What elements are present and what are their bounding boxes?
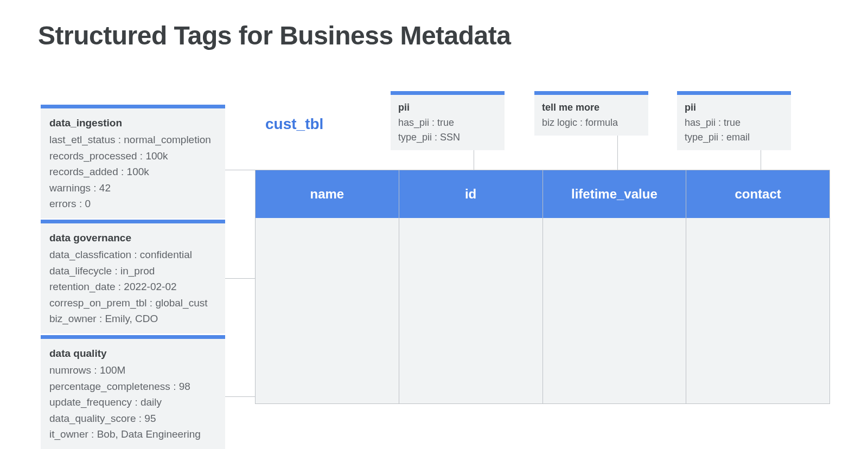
tag-card-line: retention_date : 2022-02-02 (49, 279, 216, 294)
tag-card-data-governance: data governance data_classfication : con… (41, 220, 225, 333)
tag-card-line: records_processed : 100k (49, 148, 216, 164)
connector-line (225, 389, 255, 397)
tag-card-title: pii (398, 100, 497, 115)
tag-card-line: last_etl_status : normal_completion (49, 132, 216, 147)
connector-line (617, 136, 618, 170)
table-column-lifetime-value: lifetime_value (543, 170, 687, 403)
tag-card-line: it_owner : Bob, Data Engineering (49, 426, 216, 442)
tag-card-line: has_pii : true (398, 116, 497, 130)
column-header: contact (686, 170, 829, 218)
column-body (399, 218, 542, 403)
connector-line (225, 271, 255, 279)
tag-card-line: has_pii : true (685, 116, 783, 130)
connector-line (761, 150, 761, 170)
data-table: name id lifetime_value contact (255, 170, 830, 404)
tag-card-pii-id: pii has_pii : true type_pii : SSN (391, 91, 505, 150)
tag-card-line: data_quality_score : 95 (49, 410, 216, 426)
tag-card-line: numrows : 100M (49, 362, 216, 378)
tag-card-title: data_ingestion (49, 115, 216, 131)
connector-line (225, 163, 255, 170)
column-header: lifetime_value (543, 170, 686, 218)
tag-card-data-quality: data quality numrows : 100M percentage_c… (41, 335, 225, 449)
table-column-id: id (399, 170, 543, 403)
tag-card-line: biz_owner : Emily, CDO (49, 311, 216, 326)
tag-card-line: data_classfication : confidential (49, 247, 216, 262)
column-header: name (256, 170, 399, 218)
table-column-contact: contact (686, 170, 829, 403)
tag-card-line: percentage_completeness : 98 (49, 379, 216, 394)
column-body (256, 218, 399, 403)
table-column-name: name (256, 170, 399, 403)
tag-card-line: update_frequency : daily (49, 394, 216, 410)
tag-card-line: warnings : 42 (49, 180, 216, 196)
tag-card-line: errors : 0 (49, 196, 216, 211)
column-body (686, 218, 829, 403)
connector-line (474, 150, 474, 170)
tag-card-line: data_lifecycle : in_prod (49, 263, 216, 279)
tag-card-title: data quality (49, 345, 216, 361)
column-header: id (399, 170, 542, 218)
tag-card-pii-contact: pii has_pii : true type_pii : email (677, 91, 791, 150)
tag-card-data-ingestion: data_ingestion last_etl_status : normal_… (41, 105, 225, 219)
table-name: cust_tbl (265, 116, 323, 133)
tag-card-tell-me-more: tell me more biz logic : formula (534, 91, 648, 136)
column-body (543, 218, 686, 403)
tag-card-line: corresp_on_prem_tbl : global_cust (49, 295, 216, 311)
tag-card-line: type_pii : SSN (398, 130, 497, 145)
tag-card-line: biz logic : formula (542, 116, 641, 130)
tag-card-line: records_added : 100k (49, 164, 216, 179)
tag-card-title: tell me more (542, 100, 641, 115)
tag-card-title: data governance (49, 230, 216, 246)
tag-card-line: type_pii : email (685, 130, 783, 145)
page-title: Structured Tags for Business Metadata (38, 21, 510, 50)
tag-card-title: pii (685, 100, 783, 115)
